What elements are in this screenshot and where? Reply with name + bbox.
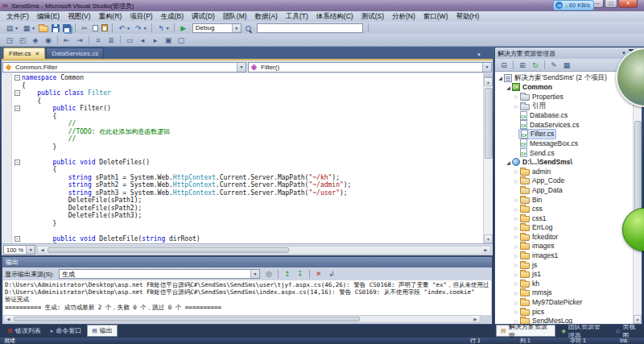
collapse-region-icon[interactable]: −: [14, 106, 20, 111]
word-wrap-icon[interactable]: ↲: [326, 269, 337, 280]
expand-arrow-icon[interactable]: ▷: [513, 215, 520, 221]
type-dropdown[interactable]: Common.Filter ▼: [2, 62, 246, 73]
scrollbar-thumb[interactable]: [485, 88, 493, 159]
collapse-all-icon[interactable]: ⊟: [498, 60, 510, 70]
find-in-files-icon[interactable]: [245, 23, 254, 33]
scroll-left-icon[interactable]: ◀: [4, 316, 13, 322]
parameter-info-icon[interactable]: ◈: [30, 35, 41, 45]
tree-item-fckeditor[interactable]: ▷fckeditor: [495, 232, 633, 242]
tab-命令窗口[interactable]: ▸命令窗口: [47, 325, 86, 337]
code-line[interactable]: }: [13, 143, 483, 151]
tree-item-Common[interactable]: ◢C#Common: [495, 83, 633, 93]
editor-vertical-scrollbar[interactable]: ▲ ▼: [483, 73, 493, 243]
tree-item-Database.cs[interactable]: Database.cs: [495, 110, 633, 120]
comment-icon[interactable]: ≡: [93, 35, 104, 45]
quick-info-icon[interactable]: ◉: [43, 35, 54, 45]
menu-item-2[interactable]: 视图(V): [64, 11, 94, 22]
code-line[interactable]: [13, 151, 483, 159]
expand-arrow-icon[interactable]: ◢: [497, 75, 504, 81]
tab-团队资源管理器[interactable]: ◆团队资源管理器: [557, 325, 610, 337]
close-button[interactable]: ✕: [618, 0, 638, 8]
menu-item-3[interactable]: 重构(R): [95, 11, 126, 22]
tree-item-My97DatePicker[interactable]: ▷My97DatePicker: [495, 297, 633, 307]
new-project-icon[interactable]: ▤▼: [4, 23, 19, 33]
tree-item-css1[interactable]: ▷css1: [495, 213, 633, 223]
next-message-icon[interactable]: ↧: [295, 269, 306, 280]
expand-arrow-icon[interactable]: ◢: [505, 85, 512, 90]
tree-item-引用[interactable]: ▷引用: [495, 102, 633, 111]
tree-item-DataServices.cs[interactable]: DataServices.cs: [495, 120, 633, 130]
expand-arrow-icon[interactable]: ▷: [513, 290, 520, 296]
view-designer-icon[interactable]: ▦: [561, 60, 572, 70]
tree-item-D:\...\SendSms\[interactable]: ◢D:\...\SendSms\: [495, 157, 633, 167]
expand-arrow-icon[interactable]: ▷: [513, 243, 520, 249]
code-line[interactable]: {: [13, 166, 483, 174]
network-speed-badge[interactable]: ∞ ↓ 60 KB/s: [553, 0, 594, 10]
code-line[interactable]: DeleteFile(sPath1);: [13, 197, 483, 205]
menu-item-0[interactable]: 文件(F): [2, 11, 33, 22]
close-tab-icon[interactable]: ✕: [35, 51, 40, 57]
tree-item-SendMesLog[interactable]: ▷SendMesLog: [495, 316, 633, 324]
code-line[interactable]: DeleteFile(sPath2);: [13, 205, 483, 213]
collapse-region-icon[interactable]: −: [14, 90, 20, 96]
expand-arrow-icon[interactable]: ▷: [513, 309, 520, 314]
redo-icon[interactable]: ↷▼: [133, 23, 148, 33]
expand-arrow-icon[interactable]: ▷: [513, 253, 520, 259]
member-list-icon[interactable]: ◳: [4, 35, 15, 45]
code-line[interactable]: DeleteFile(sPath3);: [13, 212, 483, 220]
output-panel-title[interactable]: 输出: [2, 257, 492, 267]
scrollbar-thumb[interactable]: [14, 317, 360, 321]
code-line[interactable]: {: [13, 97, 483, 106]
tab-输出[interactable]: ▤输出: [87, 325, 118, 337]
member-dropdown[interactable]: Filter() ▼: [248, 62, 492, 73]
scrollbar-thumb[interactable]: [634, 121, 642, 218]
scrollbar-thumb[interactable]: [47, 247, 289, 253]
code-line[interactable]: string sPath3 = System.Web.HttpContext.C…: [13, 189, 483, 197]
document-tab-DataServices.cs[interactable]: DataServices.cs: [46, 48, 104, 59]
expand-arrow-icon[interactable]: ▷: [513, 103, 520, 109]
expand-arrow-icon[interactable]: ▷: [513, 93, 520, 99]
code-line[interactable]: − public void DeleteFiles(): [13, 159, 483, 167]
menu-item-9[interactable]: 工具(T): [282, 11, 312, 22]
tree-item-images[interactable]: ▷images: [495, 242, 633, 251]
menu-item-6[interactable]: 调试(D): [188, 11, 219, 22]
maximize-button[interactable]: ▢: [605, 0, 617, 8]
expand-arrow-icon[interactable]: ▷: [513, 300, 520, 305]
tree-item-admin[interactable]: ▷admin: [495, 167, 633, 176]
tree-item-Properties[interactable]: ▷Properties: [495, 92, 633, 102]
code-line[interactable]: //TODO: 在此处添加构造函数逻辑: [13, 128, 483, 136]
increase-indent-icon[interactable]: ⇥: [74, 35, 85, 45]
copy-icon[interactable]: [92, 23, 99, 33]
tree-item-js[interactable]: ▷js: [495, 260, 633, 270]
menu-item-5[interactable]: 生成(B): [157, 11, 188, 22]
expand-arrow-icon[interactable]: ▷: [513, 262, 520, 267]
expand-arrow-icon[interactable]: ▷: [513, 197, 520, 202]
cut-icon[interactable]: ✂: [79, 23, 90, 33]
expand-arrow-icon[interactable]: ▷: [513, 168, 520, 174]
code-line[interactable]: string sPath2 = System.Web.HttpContext.C…: [13, 181, 483, 189]
tree-item-kh[interactable]: ▷kh: [495, 279, 633, 288]
bookmark-folder-icon[interactable]: ▣: [163, 35, 174, 45]
expand-arrow-icon[interactable]: ▷: [513, 271, 520, 277]
tab-解决方案资源管...[interactable]: ▤解决方案资源管...: [496, 325, 555, 337]
open-file-icon[interactable]: [38, 23, 49, 33]
scroll-down-icon[interactable]: ▼: [484, 234, 493, 243]
tree-item-pics[interactable]: ▷pics: [495, 307, 633, 317]
output-text[interactable]: D:\Users\Administrator\Desktop\asp.net F…: [3, 280, 491, 315]
menu-item-12[interactable]: 分析(N): [388, 11, 419, 22]
code-line[interactable]: [13, 227, 483, 235]
refresh-icon[interactable]: ↻: [530, 60, 541, 70]
code-line[interactable]: −namespace Common: [13, 74, 483, 82]
prev-message-icon[interactable]: ↥: [282, 269, 293, 280]
tab-错误列表[interactable]: ▤错误列表: [3, 325, 45, 337]
start-debug-icon[interactable]: ▶: [178, 23, 189, 33]
debug-config-combo[interactable]: Debug▼: [192, 23, 242, 33]
tree-item-MessageBox.cs[interactable]: MessageBox.cs: [495, 139, 633, 148]
menu-item-1[interactable]: 编辑(E): [33, 11, 64, 22]
code-line[interactable]: }: [13, 220, 483, 228]
save-all-icon[interactable]: [62, 23, 72, 33]
undo-icon[interactable]: ↶▼: [116, 23, 131, 33]
document-tab-Filter.cs[interactable]: Filter.cs✕: [3, 48, 45, 59]
tree-item-App_Code[interactable]: ▷App_Code: [495, 176, 633, 186]
tree-item-App_Data[interactable]: App_Data: [495, 185, 633, 195]
